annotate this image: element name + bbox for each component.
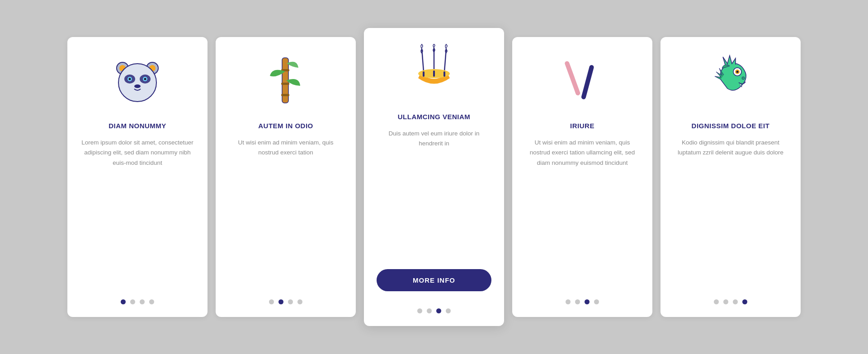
dot bbox=[585, 299, 590, 304]
card-5-text: Kodio dignissim qui blandit praesent lup… bbox=[673, 138, 788, 287]
card-4-text: Ut wisi enim ad minim veniam, quis nostr… bbox=[525, 138, 640, 287]
incense-icon bbox=[407, 44, 461, 98]
card-2-dots bbox=[269, 299, 302, 304]
svg-point-4 bbox=[118, 64, 156, 102]
dot bbox=[130, 299, 135, 304]
dot bbox=[140, 299, 145, 304]
dot bbox=[121, 299, 126, 304]
dot bbox=[446, 308, 451, 313]
card-1-text: Lorem ipsum dolor sit amet, consectetuer… bbox=[80, 138, 195, 287]
card-2-text: Ut wisi enim ad minim veniam, quis nostr… bbox=[228, 138, 343, 287]
svg-rect-21 bbox=[433, 70, 435, 77]
dot bbox=[723, 299, 728, 304]
card-5-title: DIGNISSIM DOLOE EIT bbox=[692, 122, 770, 130]
dragon-icon bbox=[703, 53, 758, 107]
svg-rect-22 bbox=[443, 71, 445, 77]
chopsticks-icon bbox=[555, 53, 609, 107]
card-iriure: IRIURE Ut wisi enim ad minim veniam, qui… bbox=[512, 37, 652, 317]
card-autem-in-odio: AUTEM IN ODIO Ut wisi enim ad minim veni… bbox=[216, 37, 356, 317]
svg-rect-24 bbox=[581, 65, 594, 100]
card-diam-nonummy: DIAM NONUMMY Lorem ipsum dolor sit amet,… bbox=[67, 37, 208, 317]
dot bbox=[149, 299, 154, 304]
dot bbox=[288, 299, 293, 304]
card-2-title: AUTEM IN ODIO bbox=[258, 122, 313, 130]
svg-point-9 bbox=[129, 78, 131, 80]
panda-icon bbox=[110, 53, 165, 107]
dot bbox=[575, 299, 580, 304]
more-info-button[interactable]: MORE INFO bbox=[377, 269, 491, 291]
card-3-dots bbox=[417, 308, 451, 313]
svg-point-10 bbox=[144, 78, 146, 80]
dot bbox=[269, 299, 274, 304]
dot bbox=[594, 299, 599, 304]
card-5-dots bbox=[714, 299, 747, 304]
card-dignissim-doloe-eit: DIGNISSIM DOLOE EIT Kodio dignissim qui … bbox=[660, 37, 801, 317]
dot bbox=[417, 308, 422, 313]
dot bbox=[297, 299, 302, 304]
svg-rect-23 bbox=[564, 61, 581, 96]
card-4-dots bbox=[566, 299, 599, 304]
card-4-title: IRIURE bbox=[570, 122, 594, 130]
dot bbox=[566, 299, 571, 304]
card-3-text: Duis autem vel eum iriure dolor in hendr… bbox=[377, 129, 491, 261]
bamboo-icon bbox=[259, 53, 313, 107]
dot bbox=[427, 308, 432, 313]
svg-point-11 bbox=[134, 84, 141, 88]
svg-point-28 bbox=[742, 77, 745, 79]
svg-rect-14 bbox=[281, 83, 289, 85]
dot bbox=[742, 299, 747, 304]
dot bbox=[714, 299, 719, 304]
dot bbox=[278, 299, 283, 304]
cards-container: DIAM NONUMMY Lorem ipsum dolor sit amet,… bbox=[40, 10, 828, 344]
card-1-dots bbox=[121, 299, 154, 304]
dot bbox=[733, 299, 738, 304]
dot bbox=[436, 308, 441, 313]
svg-rect-15 bbox=[281, 94, 289, 96]
svg-rect-20 bbox=[423, 71, 425, 77]
card-3-title: ULLAMCING VENIAM bbox=[398, 113, 471, 121]
card-ullamcing-veniam: ULLAMCING VENIAM Duis autem vel eum iriu… bbox=[364, 28, 504, 326]
svg-point-27 bbox=[736, 70, 738, 73]
card-1-title: DIAM NONUMMY bbox=[108, 122, 166, 130]
